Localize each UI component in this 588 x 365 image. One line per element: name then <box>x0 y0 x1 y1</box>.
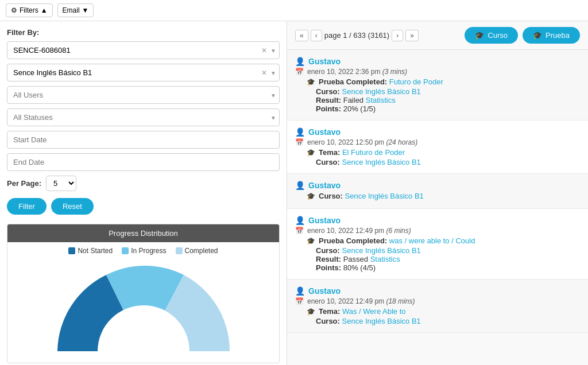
curso-label: Curso: <box>316 317 340 325</box>
curso-link[interactable]: Sence Inglés Básico B1 <box>342 87 421 96</box>
result-line: Result: Failed Statistics <box>295 96 580 104</box>
legend-completed: Completed <box>176 247 218 255</box>
prueba-link[interactable]: Futuro de Poder <box>389 77 443 86</box>
curso-label: Curso: <box>316 87 340 96</box>
prueba-completed-label: Prueba Completed: was / were able to / C… <box>319 236 475 245</box>
first-page-button[interactable]: « <box>295 30 308 41</box>
date-text: enero 10, 2022 12:49 pm (6 mins) <box>307 227 411 235</box>
curso-link[interactable]: Sence Inglés Básico B1 <box>342 317 421 325</box>
users-input[interactable] <box>7 86 280 104</box>
curso-label: Curso: <box>316 158 340 166</box>
pagination: « ‹ page 1 / 633 (3161) › » <box>295 30 419 41</box>
curso-label: Curso <box>488 31 508 40</box>
calendar-icon: 📅 <box>295 68 304 76</box>
start-date-input[interactable] <box>7 131 280 149</box>
result-line: Result: Passed Statistics <box>295 255 580 263</box>
user-name: Gustavo <box>308 57 341 66</box>
list-item: 👤 Gustavo 📅 enero 10, 2022 12:49 pm (6 m… <box>287 209 588 279</box>
points-value: 80% (4/5) <box>343 263 376 272</box>
prueba-label: Prueba <box>546 31 570 40</box>
end-date-input[interactable] <box>7 153 280 171</box>
course-clear-icon[interactable]: ✕ <box>261 69 267 77</box>
user-icon: 👤 <box>295 286 305 296</box>
result-value: Failed <box>343 96 363 104</box>
completed-dot <box>176 247 183 254</box>
right-panel: « ‹ page 1 / 633 (3161) › » 🎓 Curso 🎓 Pr… <box>287 21 588 365</box>
reset-button[interactable]: Reset <box>51 198 94 215</box>
chart-section: Progress Distribution Not Started In Pro… <box>7 224 280 363</box>
sence-clear-icon[interactable]: ✕ <box>261 46 267 55</box>
email-label: Email <box>63 6 80 14</box>
curso-only-line: 🎓 Curso: Sence Inglés Básico B1 <box>295 192 580 200</box>
curso-detail-line: Curso: Sence Inglés Básico B1 <box>295 87 580 96</box>
in-progress-dot <box>122 247 129 254</box>
legend-not-started: Not Started <box>68 247 113 255</box>
prueba-icon: 🎓 <box>533 31 542 40</box>
per-page-row: Per Page: 5 10 20 50 <box>7 176 280 191</box>
chart-title: Progress Distribution <box>7 224 279 242</box>
course-input[interactable] <box>7 64 280 81</box>
completed-label: Completed <box>185 247 218 255</box>
user-icon: 👤 <box>295 181 305 190</box>
curso-link[interactable]: Sence Inglés Básico B1 <box>342 246 421 255</box>
list-item: 👤 Gustavo 📅 enero 10, 2022 12:50 pm (24 … <box>287 121 588 174</box>
email-button[interactable]: Email ▼ <box>57 3 94 17</box>
users-filter-field: ▼ <box>7 86 280 104</box>
right-header: « ‹ page 1 / 633 (3161) › » 🎓 Curso 🎓 Pr… <box>287 21 588 50</box>
chart-legend: Not Started In Progress Completed <box>7 242 279 259</box>
user-icon: 👤 <box>295 216 305 225</box>
curso-link[interactable]: Sence Inglés Básico B1 <box>345 192 424 200</box>
points-label: Points: <box>316 263 341 272</box>
filter-icon: ⚙ <box>11 6 17 14</box>
per-page-label: Per Page: <box>7 179 41 188</box>
header-action-buttons: 🎓 Curso 🎓 Prueba <box>465 27 580 44</box>
user-icon: 👤 <box>295 57 305 66</box>
user-icon: 👤 <box>295 127 305 137</box>
user-line: 👤 Gustavo <box>295 216 580 225</box>
points-line: Points: 80% (4/5) <box>295 263 580 272</box>
tema-link[interactable]: El Futuro de Poder <box>342 148 405 157</box>
filters-button[interactable]: ⚙ Filters ▲ <box>6 3 53 17</box>
tema-link[interactable]: Was / Were Able to <box>342 307 406 316</box>
curso-link[interactable]: Sence Inglés Básico B1 <box>342 158 421 166</box>
date-line: 📅 enero 10, 2022 12:49 pm (18 mins) <box>295 297 580 305</box>
filter-button[interactable]: Filter <box>7 198 47 215</box>
curso-icon: 🎓 <box>475 31 484 40</box>
cap-icon: 🎓 <box>307 308 315 316</box>
email-chevron-icon: ▼ <box>82 6 89 14</box>
cap-icon: 🎓 <box>307 192 315 200</box>
curso-text: Curso: Sence Inglés Básico B1 <box>319 192 424 200</box>
date-line: 📅 enero 10, 2022 2:36 pm (3 mins) <box>295 68 580 76</box>
user-line: 👤 Gustavo <box>295 181 580 190</box>
last-page-button[interactable]: » <box>405 30 419 41</box>
prev-page-button[interactable]: ‹ <box>311 30 322 41</box>
legend-in-progress: In Progress <box>122 247 166 255</box>
filters-label: Filters <box>20 6 38 14</box>
statistics-link[interactable]: Statistics <box>370 255 400 263</box>
list-item: 👤 Gustavo 🎓 Curso: Sence Inglés Básico B… <box>287 174 588 209</box>
sence-filter-field: ✕ ▼ <box>7 41 280 59</box>
prueba-line: 🎓 Prueba Completed: Futuro de Poder <box>295 77 580 86</box>
curso-detail-line: Curso: Sence Inglés Básico B1 <box>295 317 580 325</box>
start-date-field <box>7 131 280 149</box>
per-page-select[interactable]: 5 10 20 50 <box>46 176 76 191</box>
activity-list: 👤 Gustavo 📅 enero 10, 2022 2:36 pm (3 mi… <box>287 50 588 333</box>
end-date-field <box>7 153 280 171</box>
result-value: Passed <box>343 255 368 263</box>
course-filter-field: ✕ ▼ <box>7 64 280 81</box>
calendar-icon: 📅 <box>295 227 304 235</box>
cap-icon: 🎓 <box>307 237 315 245</box>
prueba-link[interactable]: was / were able to / Could <box>389 236 475 245</box>
user-line: 👤 Gustavo <box>295 57 580 66</box>
curso-button[interactable]: 🎓 Curso <box>465 27 518 44</box>
donut-chart <box>52 265 235 363</box>
statuses-input[interactable] <box>7 108 280 126</box>
list-item: 👤 Gustavo 📅 enero 10, 2022 2:36 pm (3 mi… <box>287 50 588 121</box>
statistics-link[interactable]: Statistics <box>366 96 396 104</box>
top-bar: ⚙ Filters ▲ Email ▼ <box>0 0 588 21</box>
tema-text: Tema: El Futuro de Poder <box>319 148 405 157</box>
prueba-button[interactable]: 🎓 Prueba <box>523 27 580 44</box>
next-page-button[interactable]: › <box>392 30 403 41</box>
sence-input[interactable] <box>7 41 280 59</box>
date-text: enero 10, 2022 12:49 pm (18 mins) <box>307 297 415 305</box>
